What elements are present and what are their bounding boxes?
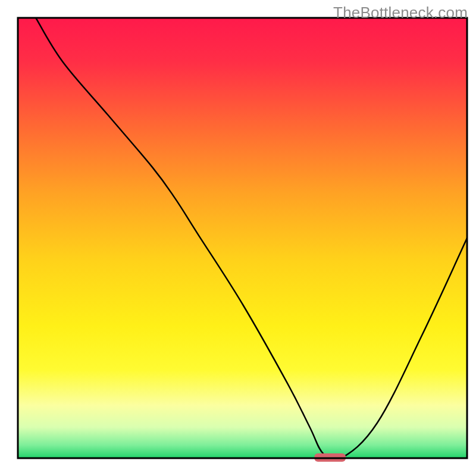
watermark-text: TheBottleneck.com bbox=[333, 4, 468, 22]
bottleneck-chart bbox=[0, 0, 476, 476]
gradient-background bbox=[18, 18, 467, 458]
plot-area bbox=[18, 18, 467, 462]
chart-container: TheBottleneck.com bbox=[0, 0, 476, 476]
